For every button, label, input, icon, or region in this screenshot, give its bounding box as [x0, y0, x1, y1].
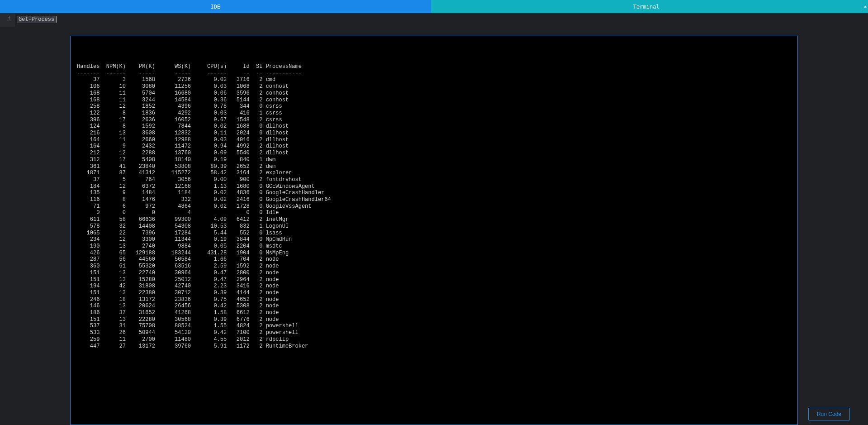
run-code-button[interactable]: Run Code	[808, 408, 850, 420]
tab-bar: IDE Terminal	[0, 0, 868, 13]
terminal-output[interactable]: Handles NPM(K) PM(K) WS(K) CPU(s) Id SI …	[70, 36, 798, 425]
editor: 1 Get-Process	[0, 13, 868, 27]
code-input[interactable]: Get-Process	[15, 13, 868, 27]
tab-ide[interactable]: IDE	[0, 0, 431, 13]
code-text: Get-Process	[17, 16, 56, 23]
text-cursor	[57, 16, 57, 23]
line-number: 1	[0, 13, 15, 27]
tab-terminal[interactable]: Terminal	[431, 0, 862, 13]
main-area: Handles NPM(K) PM(K) WS(K) CPU(s) Id SI …	[0, 27, 868, 425]
scroll-up-icon[interactable]	[862, 0, 868, 13]
